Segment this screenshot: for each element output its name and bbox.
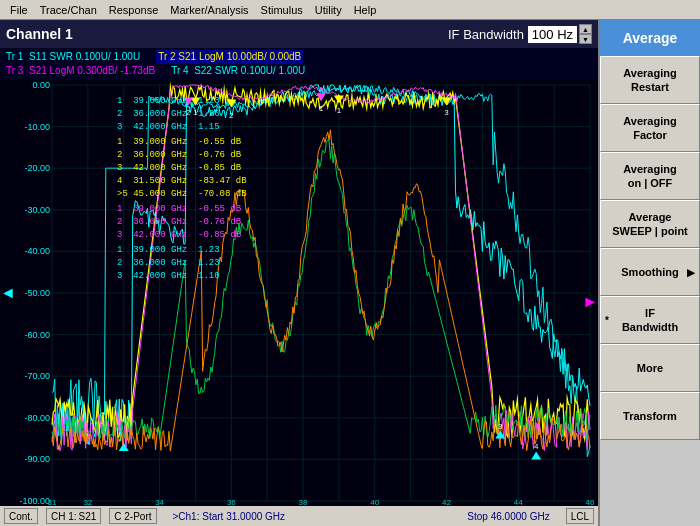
menu-help[interactable]: Help bbox=[348, 0, 383, 19]
graph-container: ◄ ► bbox=[0, 80, 598, 506]
chart-area: Channel 1 IF Bandwidth 100 Hz ▲ ▼ Tr 1 S… bbox=[0, 20, 598, 526]
smoothing-arrow-icon: ▶ bbox=[687, 266, 695, 279]
menu-trace-chan[interactable]: Trace/Chan bbox=[34, 0, 103, 19]
start-freq: >Ch1: Start 31.0000 GHz bbox=[173, 511, 286, 522]
sidebar-spacer bbox=[600, 440, 700, 526]
status-freq: >Ch1: Start 31.0000 GHz Stop 46.0000 GHz bbox=[165, 511, 558, 522]
status-channel: CH 1: S21 bbox=[46, 508, 101, 524]
if-bandwidth-down[interactable]: ▼ bbox=[579, 34, 592, 44]
right-scale-indicator: ► bbox=[582, 293, 598, 311]
trace-1-label: Tr 1 S11 SWR 0.100U/ 1.00U bbox=[6, 50, 140, 64]
trace-2-label: Tr 2 S21 LogM 10.00dB/ 0.00dB bbox=[156, 50, 303, 64]
if-bandwidth-value: 100 Hz bbox=[528, 26, 577, 43]
averaging-factor-button[interactable]: AveragingFactor bbox=[600, 104, 700, 152]
chart-canvas bbox=[0, 80, 598, 506]
transform-button[interactable]: Transform bbox=[600, 392, 700, 440]
status-bar: Cont. CH 1: S21 C 2-Port >Ch1: Start 31.… bbox=[0, 506, 598, 526]
if-bandwidth-label: IF Bandwidth bbox=[448, 27, 524, 42]
if-bandwidth-up[interactable]: ▲ bbox=[579, 24, 592, 34]
averaging-restart-button[interactable]: AveragingRestart bbox=[600, 56, 700, 104]
if-bandwidth-button[interactable]: * IFBandwidth bbox=[600, 296, 700, 344]
menu-marker-analysis[interactable]: Marker/Analysis bbox=[164, 0, 254, 19]
menu-file[interactable]: File bbox=[4, 0, 34, 19]
sidebar-active-label: Average bbox=[600, 20, 700, 56]
trace-labels: Tr 1 S11 SWR 0.100U/ 1.00U Tr 2 S21 LogM… bbox=[0, 48, 598, 80]
stop-freq: Stop 46.0000 GHz bbox=[467, 511, 549, 522]
menu-utility[interactable]: Utility bbox=[309, 0, 348, 19]
status-cont: Cont. bbox=[4, 508, 38, 524]
if-bandwidth-star-icon: * bbox=[605, 314, 609, 327]
sidebar: Average AveragingRestart AveragingFactor… bbox=[598, 20, 700, 526]
channel-title: Channel 1 bbox=[6, 26, 73, 42]
averaging-on-off-button[interactable]: Averagingon | OFF bbox=[600, 152, 700, 200]
average-sweep-point-button[interactable]: AverageSWEEP | point bbox=[600, 200, 700, 248]
left-scale-indicator: ◄ bbox=[0, 284, 16, 302]
header-bar: Channel 1 IF Bandwidth 100 Hz ▲ ▼ bbox=[0, 20, 598, 48]
menu-bar: File Trace/Chan Response Marker/Analysis… bbox=[0, 0, 700, 20]
menu-stimulus[interactable]: Stimulus bbox=[255, 0, 309, 19]
trace-3-label: Tr 3 S21 LogM 0.300dB/ -1.73dB bbox=[6, 64, 155, 78]
more-button[interactable]: More bbox=[600, 344, 700, 392]
status-cal: C 2-Port bbox=[109, 508, 156, 524]
status-lcl: LCL bbox=[566, 508, 594, 524]
trace-4-label: Tr 4 S22 SWR 0.100U/ 1.00U bbox=[171, 64, 305, 78]
main-area: Channel 1 IF Bandwidth 100 Hz ▲ ▼ Tr 1 S… bbox=[0, 20, 700, 526]
smoothing-button[interactable]: Smoothing ▶ bbox=[600, 248, 700, 296]
if-bandwidth-spinner[interactable]: ▲ ▼ bbox=[579, 24, 592, 44]
menu-response[interactable]: Response bbox=[103, 0, 165, 19]
